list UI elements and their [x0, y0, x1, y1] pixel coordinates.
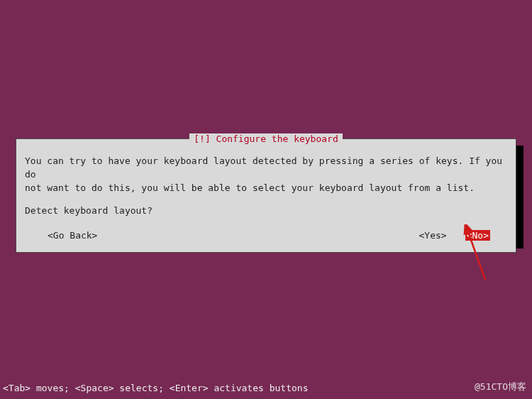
yes-button[interactable]: <Yes> — [418, 230, 448, 241]
yes-no-group: <Yes> <No> — [418, 230, 490, 241]
configure-keyboard-dialog: [!] Configure the keyboard You can try t… — [16, 138, 516, 253]
dialog-title: [!] Configure the keyboard — [189, 133, 343, 144]
dialog-body-text: You can try to have your keyboard layout… — [25, 155, 507, 195]
dialog-container: [!] Configure the keyboard You can try t… — [16, 138, 516, 253]
watermark: @51CTO博客 — [475, 381, 526, 393]
go-back-button[interactable]: <Go Back> — [46, 230, 99, 241]
dialog-prompt: Detect keyboard layout? — [25, 205, 507, 216]
dialog-buttons: <Go Back> <Yes> <No> — [25, 230, 507, 241]
no-button[interactable]: <No> — [465, 230, 490, 241]
hint-bar: <Tab> moves; <Space> selects; <Enter> ac… — [0, 383, 532, 393]
dialog-title-row: [!] Configure the keyboard — [16, 133, 516, 144]
